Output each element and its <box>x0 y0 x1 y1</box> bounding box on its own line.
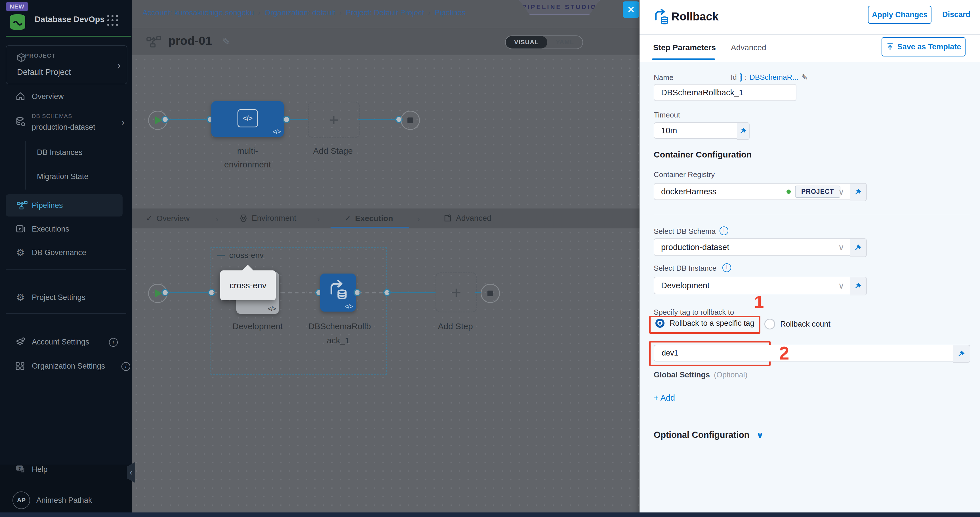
sidebar-item-pipelines[interactable]: Pipelines <box>6 194 123 216</box>
project-kicker: PROJECT <box>25 52 56 59</box>
global-settings-row: Global Settings (Optional) <box>654 371 748 379</box>
tab-execution[interactable]: ✓ Execution <box>344 214 393 223</box>
sidebar-item-db-instances[interactable]: DB Instances <box>0 140 132 164</box>
timeout-input[interactable]: 10m <box>654 122 745 139</box>
sidebar-item-account-settings[interactable]: Account Settings i <box>0 330 132 354</box>
chevron-down-icon[interactable]: ∨ <box>838 242 845 252</box>
save-as-template-button[interactable]: Save as Template <box>881 37 966 56</box>
environment-icon <box>239 214 248 223</box>
execution-canvas[interactable]: cross-env </> cross-env </> <box>132 228 640 512</box>
sidebar-item-help[interactable]: Help <box>0 457 132 481</box>
governance-gear-icon: ⚙ <box>15 247 26 258</box>
add-global-setting-button[interactable]: + Add <box>654 393 675 402</box>
registry-pin-addon[interactable] <box>850 183 867 201</box>
add-stage-button[interactable]: + <box>308 102 360 138</box>
save-template-icon <box>886 43 894 51</box>
home-icon <box>15 91 26 102</box>
instance-pin-addon[interactable] <box>850 277 867 295</box>
step-parameters-form: Name Id i : DBSchemaR... ✎ DBSchemaRollb… <box>640 62 980 512</box>
apply-changes-button[interactable]: Apply Changes <box>868 6 931 24</box>
check-icon: ✓ <box>146 214 152 223</box>
sidebar-item-db-schemas[interactable]: DB SCHEMAS production-dataset › <box>0 108 132 136</box>
name-input[interactable]: DBSchemaRollback_1 <box>654 84 796 101</box>
tag-input[interactable]: dev1 <box>654 345 961 361</box>
sidebar-item-project-settings[interactable]: ⚙ Project Settings <box>0 285 132 309</box>
edit-id-icon[interactable]: ✎ <box>801 73 808 82</box>
step-node-dbschemarollback[interactable]: </> <box>320 274 356 312</box>
stop-icon <box>487 291 493 296</box>
chevron-down-icon[interactable]: ∨ <box>838 281 845 291</box>
radio-unselected-icon[interactable] <box>764 319 775 329</box>
chevron-down-icon[interactable]: ∨ <box>838 187 845 197</box>
custom-stage-icon: </> <box>237 109 258 127</box>
breadcrumb-account[interactable]: Account: kurosakiichigo.songoku <box>142 8 254 17</box>
add-step-button[interactable]: + <box>436 272 477 312</box>
sidebar-item-organization-settings[interactable]: Organization Settings i <box>0 354 132 378</box>
org-info-icon[interactable]: i <box>121 362 130 371</box>
exec-end-node <box>480 284 500 303</box>
visual-yaml-toggle: VISUAL YAML <box>505 35 583 49</box>
visual-toggle[interactable]: VISUAL <box>506 36 547 49</box>
schema-pin-addon[interactable] <box>850 239 867 257</box>
optional-configuration-toggle[interactable]: Optional Configuration ∨ <box>654 430 764 441</box>
app-title: Database DevOps <box>35 15 105 24</box>
schema-select[interactable]: production-dataset ∨ <box>654 239 857 256</box>
tab-advanced[interactable]: Advanced <box>731 43 766 52</box>
stage-canvas[interactable]: </> </> + multi- environment Add Stage <box>132 55 640 208</box>
breadcrumb-pipelines[interactable]: Pipelines <box>435 8 466 17</box>
db-schema-icon <box>15 116 26 128</box>
executions-icon <box>15 223 26 235</box>
sidebar-divider <box>6 269 126 270</box>
account-info-icon[interactable]: i <box>109 338 118 347</box>
breadcrumb-project[interactable]: Project: Default Project <box>345 8 424 17</box>
sidebar-item-overview[interactable]: Overview <box>0 84 132 108</box>
stage-label: multi- environment <box>212 146 284 169</box>
yaml-toggle[interactable]: YAML <box>547 36 582 49</box>
tab-step-parameters[interactable]: Step Parameters <box>653 43 716 52</box>
pipeline-end-node <box>401 111 420 130</box>
active-ptab-underline <box>652 59 715 60</box>
sidebar-item-migration-state[interactable]: Migration State <box>0 165 132 188</box>
project-selector[interactable]: › <box>6 45 127 84</box>
section-divider <box>654 215 970 215</box>
step-id-value[interactable]: DBSchemaR... <box>749 73 799 82</box>
settings-gear-icon: ⚙ <box>15 292 26 303</box>
instance-info-icon[interactable]: i <box>722 263 731 272</box>
pipeline-studio-badge: PIPELINE STUDIO <box>519 0 600 15</box>
schemas-chevron-icon: › <box>121 117 124 127</box>
sidebar-item-db-governance[interactable]: ⚙ DB Governance <box>0 241 132 264</box>
timeout-pin-addon[interactable] <box>737 122 749 140</box>
radio-rollback-count[interactable]: Rollback count <box>764 319 830 329</box>
pipeline-glyph-icon <box>146 36 161 48</box>
tab-environment[interactable]: Environment <box>239 214 296 223</box>
edit-pipeline-icon[interactable]: ✎ <box>222 36 231 48</box>
tab-advanced[interactable]: Advanced <box>444 214 492 223</box>
check-icon: ✓ <box>344 214 351 223</box>
stage-node-multi-environment[interactable]: </> </> <box>212 101 284 137</box>
annotation-step-1: 1 <box>754 292 764 312</box>
discard-button[interactable]: Discard <box>942 10 970 19</box>
tab-overview[interactable]: ✓ Overview <box>146 214 189 223</box>
brand-divider <box>6 36 131 37</box>
group-collapse-icon[interactable] <box>217 255 225 256</box>
account-layers-icon <box>15 336 26 348</box>
radio-selected-icon[interactable] <box>655 319 665 328</box>
schema-info-icon[interactable]: i <box>719 226 728 235</box>
user-avatar[interactable]: AP <box>13 492 30 509</box>
module-grid-icon[interactable] <box>107 15 119 26</box>
radio-rollback-specific[interactable]: Rollback to a specific tag <box>655 319 754 328</box>
rollback-step-label: DBSchemaRollb ack_1 <box>309 321 368 345</box>
tag-pin-addon[interactable] <box>953 345 970 363</box>
registry-input[interactable]: dockerHarness PROJECT ∨ <box>654 183 857 200</box>
schema-label: Select DB Schema <box>654 227 716 236</box>
user-name[interactable]: Animesh Pathak <box>36 496 92 505</box>
id-info-icon[interactable]: i <box>740 73 742 82</box>
node-port <box>161 289 169 296</box>
container-config-heading: Container Configuration <box>654 150 752 159</box>
sidebar-item-executions[interactable]: Executions <box>0 217 132 241</box>
group-label[interactable]: cross-env <box>229 251 264 260</box>
breadcrumb-org[interactable]: Organization: default <box>264 8 335 17</box>
sidebar-divider-2 <box>6 313 126 314</box>
close-drawer-button[interactable]: ✕ <box>623 2 639 18</box>
rollback-title-icon <box>653 9 670 25</box>
